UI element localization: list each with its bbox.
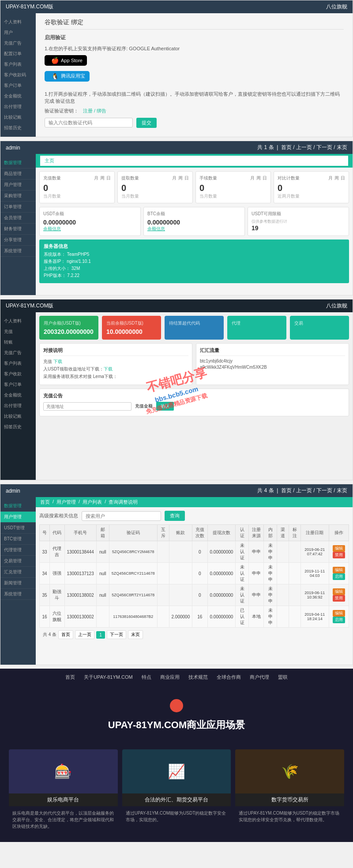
s2-topbar: 主页 bbox=[36, 154, 353, 168]
s3-sidebar-total[interactable]: 全金额统 bbox=[0, 390, 36, 400]
s1-sidebar-item-0[interactable]: 个人资料 bbox=[0, 17, 36, 27]
s4-th-channel: 渠道 bbox=[277, 525, 289, 541]
s1-sidebar-item-10[interactable]: 招签历史 bbox=[0, 123, 36, 133]
s3-hui-title: 汇汇流量 bbox=[200, 347, 345, 356]
s4-sidebar-trade[interactable]: 交易管理 bbox=[0, 556, 36, 567]
s5-nav-bizapp[interactable]: 商业应用 bbox=[160, 674, 180, 681]
s5-card-crypto-img: 🌾 bbox=[235, 749, 344, 793]
s4-breadcrumb-query[interactable]: 查询调整说明 bbox=[109, 499, 138, 505]
s2-usdt-limit-value: 19 bbox=[252, 224, 345, 232]
s4-badge-edit[interactable]: 编辑 bbox=[333, 567, 345, 573]
s4-prev-page[interactable]: 上一页 bbox=[75, 630, 94, 639]
s4-badge-status[interactable]: 禁用 bbox=[333, 595, 345, 602]
s3-card-total-label: 用户余额(USDT版) bbox=[44, 320, 94, 326]
s3-sidebar-history[interactable]: 招签历史 bbox=[0, 422, 36, 432]
s4-next-page[interactable]: 下一页 bbox=[107, 630, 126, 639]
s4-sidebar-usdt[interactable]: USDT管理 bbox=[0, 523, 36, 534]
s4-sidebar-btc[interactable]: BTC管理 bbox=[0, 534, 36, 545]
s3-sidebar-payment[interactable]: 客户收款 bbox=[0, 369, 36, 379]
s4-badge-edit[interactable]: 编辑 bbox=[333, 545, 345, 552]
s5-nav-features[interactable]: 特点 bbox=[142, 674, 151, 681]
s1-sidebar-item-2[interactable]: 充值广告 bbox=[0, 38, 36, 49]
s2-stat-recharge-actions[interactable]: 月周日 bbox=[94, 175, 111, 181]
s4-sidebar-sys[interactable]: 系统管理 bbox=[0, 589, 36, 600]
s4-sidebar-news[interactable]: 新闻管理 bbox=[0, 578, 36, 589]
s2-sidebar-order[interactable]: 订单管理 bbox=[0, 202, 36, 213]
s3-sidebar-recharge[interactable]: 充值 bbox=[0, 326, 36, 337]
appstore-button[interactable]: 🍎 App Store bbox=[45, 55, 87, 66]
s2-sidebar-member[interactable]: 会员管理 bbox=[0, 213, 36, 224]
s3-sidebar-profile[interactable]: 个人资料 bbox=[0, 316, 36, 326]
s1-sidebar-item-5[interactable]: 客户收款码 bbox=[0, 70, 36, 80]
s4-last-page[interactable]: 末页 bbox=[128, 630, 143, 639]
s2-sidebar-share[interactable]: 分享管理 bbox=[0, 235, 36, 246]
s5-nav-home[interactable]: 首页 bbox=[65, 674, 75, 681]
s3-sidebar-ledger[interactable]: 比较记账 bbox=[0, 411, 36, 422]
s4-sidebar-data[interactable]: 数据管理 bbox=[0, 501, 36, 512]
s4-breadcrumb-user[interactable]: 用户管理 bbox=[56, 499, 76, 505]
s1-submit-button[interactable]: 提交 bbox=[136, 118, 157, 128]
s2-sidebar-dashboard[interactable]: 数据管理 bbox=[0, 157, 36, 168]
s3-recharge-input[interactable] bbox=[43, 402, 131, 411]
s3-user: 八位旗舰 bbox=[326, 302, 347, 310]
s4-header-right: 共 4 条 | 首页 / 上一页 / 下一页 / 末页 bbox=[257, 487, 347, 494]
s2-stat-compare-actions[interactable]: 月周日 bbox=[328, 175, 345, 181]
s3-top-cards: 用户余额(USDT版) 200320.00000000 当前余额(USDT版) … bbox=[39, 316, 349, 340]
s1-sidebar-item-8[interactable]: 出付管理 bbox=[0, 101, 36, 112]
s3-card-current-balance: 当前余额(USDT版) 10.00000000 bbox=[102, 316, 161, 340]
s2-sidebar-finance[interactable]: 财务管理 bbox=[0, 224, 36, 235]
s5-nav-alliance[interactable]: 盟联 bbox=[278, 674, 288, 681]
s1-sidebar-item-4[interactable]: 客户列表 bbox=[0, 59, 36, 70]
s4-breadcrumb-home[interactable]: 首页 bbox=[40, 499, 50, 505]
s4-breadcrumb-list[interactable]: 用户列表 bbox=[83, 499, 102, 505]
s5-nav-about[interactable]: 关于UPAY-81YM.COM bbox=[84, 674, 132, 681]
s2-btc-link[interactable]: 余额信息 bbox=[147, 226, 241, 232]
s2-sidebar-shop[interactable]: 商品管理 bbox=[0, 168, 36, 180]
s4-first-page[interactable]: 首页 bbox=[58, 630, 73, 639]
s2-sidebar-system[interactable]: 系统管理 bbox=[0, 246, 36, 257]
s3-recharge-submit[interactable]: 确认 bbox=[156, 402, 174, 411]
s5-nav: 首页 关于UPAY-81YM.COM 特点 商业应用 技术规范 全球合作商 商户… bbox=[0, 669, 353, 686]
s3-amount-label: 充值金额 bbox=[135, 403, 153, 409]
s5-nav-tech[interactable]: 技术规范 bbox=[188, 674, 208, 681]
s1-sidebar-item-6[interactable]: 客户订单 bbox=[0, 80, 36, 91]
s4-search-button[interactable]: 查询 bbox=[165, 511, 185, 521]
s3-sidebar-clients[interactable]: 客户列表 bbox=[0, 358, 36, 369]
tencent-button[interactable]: 🐧 腾讯应用宝 bbox=[45, 71, 90, 82]
s3-sidebar-records[interactable]: 客户订单 bbox=[0, 379, 36, 390]
s5-nav-partners[interactable]: 全球合作商 bbox=[217, 674, 241, 681]
s1-register-link[interactable]: 注册 / 绑告 bbox=[83, 108, 106, 114]
s4-sidebar-agent[interactable]: 代理管理 bbox=[0, 545, 36, 556]
s4-th-reg-date: 注册日期 bbox=[300, 525, 329, 541]
s1-verify-input[interactable] bbox=[45, 118, 133, 127]
s4-page-1[interactable]: 1 bbox=[96, 631, 105, 639]
s4-badge-edit[interactable]: 编辑 bbox=[333, 588, 345, 595]
s4-search-input[interactable] bbox=[82, 511, 161, 521]
s1-sidebar-item-9[interactable]: 比较记账 bbox=[0, 112, 36, 123]
s2-sidebar-user[interactable]: 用户管理 bbox=[0, 180, 36, 191]
s4-sidebar-user[interactable]: 用户管理 bbox=[0, 512, 36, 523]
s4-badge-status[interactable]: 启用 bbox=[333, 617, 345, 623]
s4-badge-edit[interactable]: 编辑 bbox=[333, 610, 345, 617]
s2-stat-withdraw-actions[interactable]: 月周日 bbox=[172, 175, 189, 181]
s4-badge-status[interactable]: 禁用 bbox=[333, 552, 345, 558]
s1-sidebar-item-1[interactable]: 用户 bbox=[0, 27, 36, 38]
s3-sidebar-transfer[interactable]: 转账 bbox=[0, 337, 36, 348]
s2-sidebar-purchase[interactable]: 采购管理 bbox=[0, 191, 36, 202]
s3-dui-link2[interactable]: 下载 bbox=[104, 367, 113, 371]
s4-total: 共 4 条 bbox=[257, 487, 274, 494]
s2-tab-home[interactable]: 主页 bbox=[45, 157, 54, 164]
s3-sidebar-withdraw[interactable]: 出付管理 bbox=[0, 400, 36, 411]
s2-stat-fee-title: 手续数量 bbox=[199, 175, 217, 181]
s2-pagination[interactable]: 首页 / 上一页 / 下一页 / 末页 bbox=[281, 144, 347, 150]
s4-badge-status[interactable]: 启用 bbox=[333, 573, 345, 580]
s1-sidebar-item-7[interactable]: 全金额统 bbox=[0, 91, 36, 101]
s3-sidebar-ad[interactable]: 充值广告 bbox=[0, 348, 36, 358]
s1-sidebar-item-3[interactable]: 配置订单 bbox=[0, 49, 36, 59]
s4-pagination-nav[interactable]: 首页 / 上一页 / 下一页 / 末页 bbox=[281, 487, 347, 494]
s2-usdt-link[interactable]: 余额信息 bbox=[43, 226, 137, 232]
s3-dui-link1[interactable]: 下载 bbox=[53, 359, 62, 364]
s5-nav-merchant[interactable]: 商户代理 bbox=[250, 674, 269, 681]
s4-sidebar-exchange[interactable]: 汇兑管理 bbox=[0, 567, 36, 578]
s2-stat-fee-actions[interactable]: 月周日 bbox=[250, 175, 267, 181]
